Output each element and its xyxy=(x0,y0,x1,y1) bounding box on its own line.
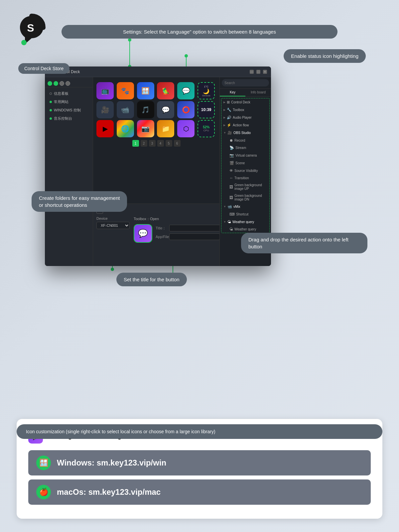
tree-label: Record xyxy=(234,139,267,142)
maximize-button[interactable]: □ xyxy=(256,70,260,74)
grid-button-weather[interactable]: 1°C 🌙 Mineola xyxy=(198,82,215,99)
page-dot-5[interactable]: 5 xyxy=(166,140,172,147)
sidebar: 信息看板 常用网站 WINDOWS 控制 音乐控制台 xyxy=(45,77,93,266)
search-input[interactable] xyxy=(222,79,269,86)
tree-item-toolbox[interactable]: ▶ 🔧 Toolbox xyxy=(221,106,269,114)
folders-tooltip: Create folders for easy management or sh… xyxy=(32,191,127,212)
grid-button-tiktok[interactable]: 🎵 xyxy=(137,101,154,118)
button-grid: 📺 🐾 🪟 🦜 💬 1°C 🌙 Mineola xyxy=(96,82,216,137)
tree-item-controldeck[interactable]: ▶ ⊞ Control Deck xyxy=(221,98,269,106)
sidebar-item-infodash[interactable]: 信息看板 xyxy=(45,89,93,98)
selected-button-preview: 💬 xyxy=(134,224,152,243)
appfile-input[interactable] xyxy=(169,233,220,240)
grid-button-instagram[interactable]: 📷 xyxy=(137,120,154,137)
title-label: Title： xyxy=(156,226,167,231)
tree-label: Control Deck xyxy=(231,100,267,104)
grid-button-houdini[interactable]: ⬡ xyxy=(177,120,195,137)
grid-button-chat[interactable]: 💬 xyxy=(177,82,195,99)
page-dot-1[interactable]: 1 xyxy=(132,140,139,147)
apple-icon: 🍎 xyxy=(36,485,51,499)
tree-item-scene[interactable]: 🎬 Scene xyxy=(227,159,269,167)
tree-label: Toolbox xyxy=(233,108,267,112)
tree-label: Virtual camera xyxy=(235,154,267,157)
logo-area: S xyxy=(17,13,47,51)
tree-item-audioplayer[interactable]: ▶ 🔊 Audio Player xyxy=(221,114,269,121)
bullet-icon2 xyxy=(50,109,52,111)
close-button[interactable]: ✕ xyxy=(263,70,267,74)
tree-item-record[interactable]: ⏺ Record xyxy=(227,137,269,144)
chevron-icon: ▶ xyxy=(223,101,225,104)
grid-button-twitch[interactable]: 📺 xyxy=(96,82,114,99)
chevron-down-icon: ▼ xyxy=(223,131,226,134)
device-select[interactable]: XF-CN001 xyxy=(96,222,130,229)
sidebar-item-websites[interactable]: 常用网站 xyxy=(45,98,93,106)
tree-border: ▶ ⊞ Control Deck ▶ 🔧 Toolbox ▶ 🔊 Audio P… xyxy=(221,98,270,233)
grid-button-chrome[interactable]: 🌐 xyxy=(117,120,134,137)
window-title: Control Deck xyxy=(57,69,250,74)
page-dot-3[interactable]: 3 xyxy=(149,140,156,147)
grid-button-mimecast[interactable]: ⭕ xyxy=(177,101,195,118)
grid-button-pizzly[interactable]: 🐾 xyxy=(117,82,134,99)
obs-subtree: ⏺ Record 📡 Stream 📷 Virtual camera 🎬 Sce… xyxy=(221,137,269,203)
sidebar-item-windows[interactable]: WINDOWS 控制 xyxy=(45,106,93,114)
grid-button-youtube[interactable]: ▶ xyxy=(96,120,114,137)
grid-button-workspaces[interactable]: 🪟 xyxy=(137,82,154,99)
tree-item-bgdn[interactable]: 🖼 Green background image DN xyxy=(227,192,269,203)
title-set-tooltip: Set the title for the button xyxy=(116,273,187,286)
svg-point-21 xyxy=(21,40,27,45)
store-badge[interactable]: Control Deck Store xyxy=(18,63,69,74)
chevron-down-icon: ▼ xyxy=(223,220,226,223)
sidebar-item-music[interactable]: 音乐控制台 xyxy=(45,114,93,123)
grid-button-zoom[interactable]: 📹 xyxy=(117,101,134,118)
bullet-icon xyxy=(50,101,52,103)
minimize-button[interactable]: — xyxy=(250,70,254,74)
tree-item-actionflow[interactable]: ▶ ⚡ Action flow xyxy=(221,121,269,129)
tree-item-virtualcam[interactable]: 📷 Virtual camera xyxy=(227,152,269,159)
tree-label: Green background image DN xyxy=(234,194,267,201)
windows-url: Windows: sm.key123.vip/win xyxy=(57,458,166,467)
tree-item-obs[interactable]: ▼ 🎥 OBS Studio xyxy=(221,129,269,137)
tree-item-bgup[interactable]: 🖼 Green background image UP xyxy=(227,182,269,192)
windows-icon: 🪟 xyxy=(36,456,51,470)
page-dot-4[interactable]: 4 xyxy=(157,140,164,147)
tree-label: Stream xyxy=(235,146,267,150)
chevron-icon: ▶ xyxy=(223,108,225,111)
grid-button-cpu[interactable]: 52% CPU xyxy=(198,120,215,137)
status-dot-gray xyxy=(60,81,64,86)
bottom-bar: + ⊞ Device XF-CN001 Toolbox：Open 💬 Ti xyxy=(93,203,219,266)
tree-item-stream[interactable]: 📡 Stream xyxy=(227,144,269,152)
tree-item-weather[interactable]: ▼ 🌤 Weather query xyxy=(221,218,269,225)
grid-button-obs[interactable]: 🎥 xyxy=(96,101,114,118)
tree-item-weatherquery[interactable]: 🌤 Weather query xyxy=(227,225,269,233)
page-dot-2[interactable]: 2 xyxy=(141,140,147,147)
device-label: Device xyxy=(96,216,130,220)
app-window: S Control Deck — □ ✕ 信息看板 常用网站 WINDOWS 控… xyxy=(45,66,271,266)
title-bar: S Control Deck — □ ✕ xyxy=(45,66,271,77)
windows-download[interactable]: 🪟 Windows: sm.key123.vip/win xyxy=(28,450,371,475)
tree-item-sourcevis[interactable]: 👁 Source Visibility xyxy=(227,167,269,174)
svg-text:S: S xyxy=(27,22,34,34)
tree-item-transition[interactable]: ↔ Transition xyxy=(227,174,269,182)
grid-button-periscope[interactable]: 🦜 xyxy=(157,82,174,99)
tree-item-shortcut[interactable]: ⌨ Shortcut xyxy=(227,210,269,218)
tree-item-vmix[interactable]: ▼ 📹 vMix xyxy=(221,203,269,210)
status-dot-green2 xyxy=(54,81,58,86)
status-dot-gray2 xyxy=(66,81,70,86)
grid-button-folder[interactable]: 📁 xyxy=(157,120,174,137)
device-section: Device XF-CN001 xyxy=(96,216,130,243)
grid-button-time[interactable]: 10:39 xyxy=(198,101,215,118)
tab-key[interactable]: Key xyxy=(220,89,245,96)
page-dots: 1 2 3 4 5 6 xyxy=(96,140,216,147)
tab-infoboard[interactable]: Info board xyxy=(245,89,271,96)
tree-label: Shortcut xyxy=(236,212,267,216)
grid-button-quote[interactable]: 💬 xyxy=(157,101,174,118)
drag-drop-tooltip: Drag and drop the desired action onto th… xyxy=(241,233,367,253)
macos-download[interactable]: 🍎 macOs: sm.key123.vip/mac xyxy=(28,479,371,505)
tree-label: vMix xyxy=(233,205,267,208)
tree-label: Weather query xyxy=(232,220,267,224)
tree-label: Transition xyxy=(234,176,267,180)
page-dot-6[interactable]: 6 xyxy=(174,140,181,147)
tree-label: Green background image UP xyxy=(234,183,267,191)
tree-label: OBS Studio xyxy=(233,131,267,135)
window-controls[interactable]: — □ ✕ xyxy=(250,70,267,74)
